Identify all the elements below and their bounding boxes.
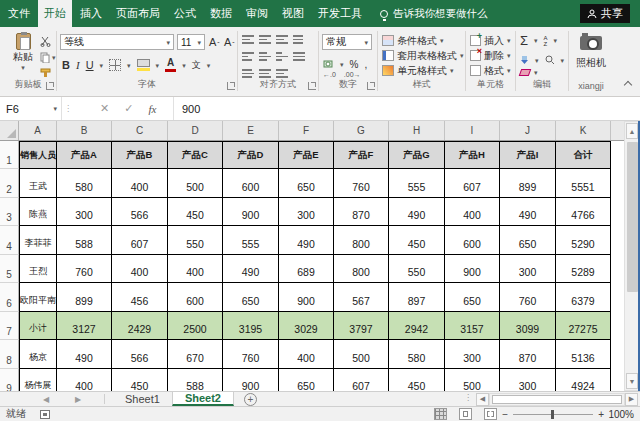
cell-B6[interactable]: 899 bbox=[57, 283, 112, 312]
bold-button[interactable]: B bbox=[62, 59, 70, 71]
scroll-left-arrow[interactable]: ◀ bbox=[476, 393, 489, 406]
font-color-button[interactable]: A bbox=[165, 58, 176, 72]
sheet-tab-sheet1[interactable]: Sheet1 bbox=[113, 392, 172, 406]
cell-E3[interactable]: 900 bbox=[223, 198, 279, 226]
cell-J6[interactable]: 760 bbox=[500, 283, 556, 312]
zoom-out-button[interactable]: − bbox=[502, 409, 508, 420]
cell-I9[interactable]: 500 bbox=[445, 369, 500, 391]
ribbon-tab-8[interactable]: 视图 bbox=[276, 0, 310, 27]
cell-K6[interactable]: 6379 bbox=[556, 283, 611, 312]
cell-C9[interactable]: 450 bbox=[112, 369, 168, 391]
cell-J1[interactable]: 产品I bbox=[500, 141, 556, 169]
cell-F7[interactable]: 3029 bbox=[279, 312, 334, 340]
cell-K3[interactable]: 4766 bbox=[556, 198, 611, 226]
cell-J4[interactable]: 650 bbox=[500, 226, 556, 255]
cell-J5[interactable]: 300 bbox=[500, 255, 556, 283]
cell-E2[interactable]: 600 bbox=[223, 169, 279, 198]
cell-F4[interactable]: 490 bbox=[279, 226, 334, 255]
insert-function-icon[interactable]: fx bbox=[148, 103, 156, 115]
cell-D7[interactable]: 2500 bbox=[168, 312, 223, 340]
column-header-C[interactable]: C bbox=[112, 121, 168, 140]
cell-G7[interactable]: 3797 bbox=[334, 312, 389, 340]
macro-record-icon[interactable] bbox=[40, 410, 50, 419]
cell-D9[interactable]: 588 bbox=[168, 369, 223, 391]
ribbon-tab-1[interactable]: 文件 bbox=[2, 0, 36, 27]
conditional-formatting-button[interactable]: 条件格式▾ bbox=[382, 33, 464, 48]
zoom-slider[interactable] bbox=[513, 414, 593, 415]
comma-style-button[interactable]: , bbox=[364, 59, 367, 70]
copy-button[interactable]: ▾ bbox=[40, 51, 56, 63]
row-header-3[interactable]: 3 bbox=[0, 198, 19, 226]
cell-G6[interactable]: 567 bbox=[334, 283, 389, 312]
cell-I8[interactable]: 300 bbox=[445, 340, 500, 369]
ribbon-tab-2[interactable]: 开始 bbox=[38, 0, 72, 27]
cell-E7[interactable]: 3195 bbox=[223, 312, 279, 340]
cancel-icon[interactable]: ✕ bbox=[100, 102, 109, 115]
find-select-button[interactable] bbox=[545, 51, 555, 69]
cell-J7[interactable]: 3099 bbox=[500, 312, 556, 340]
column-header-B[interactable]: B bbox=[57, 121, 112, 140]
cell-A7[interactable]: 小计 bbox=[19, 312, 57, 340]
column-header-H[interactable]: H bbox=[389, 121, 445, 140]
clear-button[interactable] bbox=[519, 69, 532, 76]
cell-G1[interactable]: 产品F bbox=[334, 141, 389, 169]
page-layout-view-button[interactable] bbox=[459, 408, 472, 420]
row-header-4[interactable]: 4 bbox=[0, 226, 19, 255]
cell-A1[interactable]: 销售人员 bbox=[19, 141, 57, 169]
cell-G9[interactable]: 607 bbox=[334, 369, 389, 391]
cell-F1[interactable]: 产品E bbox=[279, 141, 334, 169]
row-header-7[interactable]: 7 bbox=[0, 312, 19, 340]
cell-A6[interactable]: 欧阳平南 bbox=[19, 283, 57, 312]
sheet-nav-right[interactable]: ▶ bbox=[62, 392, 94, 406]
cell-C8[interactable]: 566 bbox=[112, 340, 168, 369]
paste-button[interactable]: 粘贴 ▾ bbox=[8, 33, 38, 71]
cell-I5[interactable]: 900 bbox=[445, 255, 500, 283]
sheet-nav-left[interactable]: ◀ bbox=[30, 392, 62, 406]
cell-C2[interactable]: 400 bbox=[112, 169, 168, 198]
cell-C1[interactable]: 产品B bbox=[112, 141, 168, 169]
increase-decimal-button[interactable]: ←.0 bbox=[323, 71, 336, 78]
column-header-F[interactable]: F bbox=[279, 121, 334, 140]
horizontal-scrollbar[interactable]: ◀ ▶ bbox=[476, 392, 638, 406]
scroll-down-arrow[interactable]: ▼ bbox=[626, 373, 638, 389]
cell-E6[interactable]: 650 bbox=[223, 283, 279, 312]
borders-button[interactable] bbox=[109, 59, 121, 71]
vertical-scrollbar[interactable]: ▲ ▼ bbox=[624, 121, 639, 391]
column-header-A[interactable]: A bbox=[19, 121, 57, 140]
format-cells-button[interactable]: 格式▾ bbox=[470, 63, 511, 78]
name-box[interactable]: F6▾ bbox=[0, 97, 62, 120]
cell-D6[interactable]: 600 bbox=[168, 283, 223, 312]
cell-F9[interactable]: 650 bbox=[279, 369, 334, 391]
cell-G2[interactable]: 760 bbox=[334, 169, 389, 198]
cell-G8[interactable]: 500 bbox=[334, 340, 389, 369]
enter-icon[interactable]: ✓ bbox=[124, 102, 133, 115]
cell-G5[interactable]: 800 bbox=[334, 255, 389, 283]
cell-F8[interactable]: 400 bbox=[279, 340, 334, 369]
orientation-button[interactable] bbox=[293, 35, 305, 45]
column-header-E[interactable]: E bbox=[223, 121, 279, 140]
cell-E5[interactable]: 490 bbox=[223, 255, 279, 283]
phonetic-guide-button[interactable]: 文 bbox=[192, 59, 201, 72]
cell-K9[interactable]: 4924 bbox=[556, 369, 611, 391]
cell-C4[interactable]: 607 bbox=[112, 226, 168, 255]
select-all-corner[interactable] bbox=[0, 121, 19, 140]
align-horizontal-1[interactable] bbox=[259, 52, 271, 62]
cell-D3[interactable]: 450 bbox=[168, 198, 223, 226]
zoom-in-button[interactable]: + bbox=[598, 409, 604, 420]
number-dialog-launcher[interactable] bbox=[367, 82, 375, 90]
camera-button[interactable]: 照相机 bbox=[569, 36, 613, 70]
ribbon-tab-6[interactable]: 数据 bbox=[204, 0, 238, 27]
align-vertical-2[interactable] bbox=[276, 35, 288, 45]
italic-button[interactable]: I bbox=[76, 59, 80, 71]
row-header-8[interactable]: 8 bbox=[0, 340, 19, 369]
cell-K2[interactable]: 5551 bbox=[556, 169, 611, 198]
cell-H1[interactable]: 产品G bbox=[389, 141, 445, 169]
cell-G4[interactable]: 800 bbox=[334, 226, 389, 255]
cell-C5[interactable]: 400 bbox=[112, 255, 168, 283]
column-header-K[interactable]: K bbox=[556, 121, 611, 140]
shrink-font-button[interactable]: Aˇ bbox=[224, 36, 235, 48]
horizontal-scroll-thumb[interactable] bbox=[492, 395, 622, 404]
new-sheet-button[interactable]: + bbox=[244, 393, 257, 406]
cell-B9[interactable]: 400 bbox=[57, 369, 112, 391]
cell-B8[interactable]: 490 bbox=[57, 340, 112, 369]
